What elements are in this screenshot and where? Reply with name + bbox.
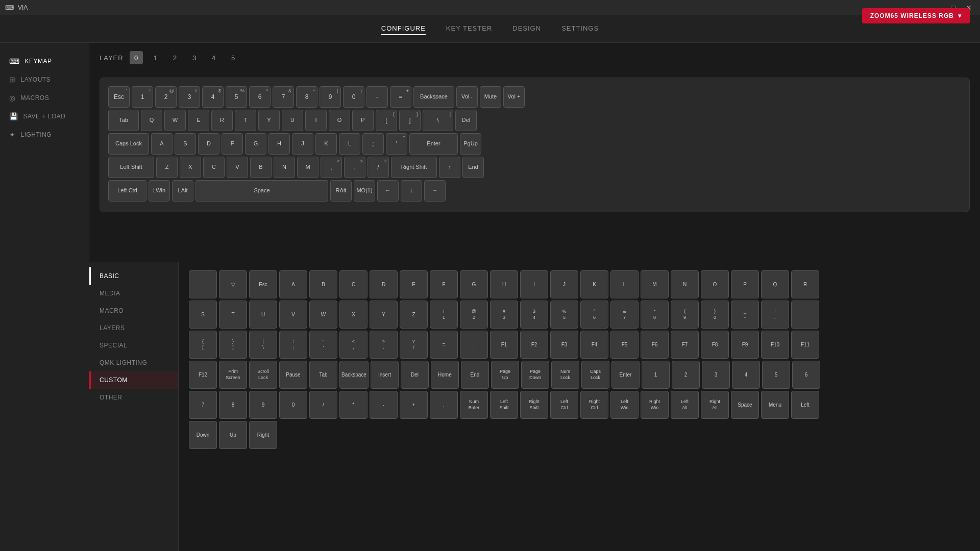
key-m[interactable]: M [297, 157, 318, 178]
pkey-num-9[interactable]: 9 [249, 391, 277, 419]
key-9[interactable]: (9 [320, 86, 341, 108]
key-end[interactable]: End [462, 157, 484, 178]
pkey-h[interactable]: H [490, 270, 518, 298]
key-backspace[interactable]: Backspace [413, 86, 454, 108]
key-i[interactable]: I [305, 110, 327, 131]
key-right-shift[interactable]: Right Shift [391, 157, 437, 178]
pkey-empty[interactable] [189, 270, 217, 298]
pkey-right-alt[interactable]: RightAlt [701, 391, 729, 419]
nav-settings[interactable]: SETTINGS [561, 22, 599, 35]
pkey-c[interactable]: C [339, 270, 368, 298]
pkey-scroll-lock[interactable]: ScrollLock [249, 361, 277, 389]
pkey-esc[interactable]: Esc [249, 270, 277, 298]
pkey-num-plus[interactable]: + [400, 391, 428, 419]
key-down[interactable]: ↓ [401, 180, 422, 202]
pkey-num-star[interactable]: * [339, 391, 368, 419]
pkey-num-minus[interactable]: - [370, 391, 398, 419]
pkey-pipe-backslash[interactable]: |\ [249, 331, 277, 359]
layer-btn-1[interactable]: 1 [149, 51, 162, 64]
key-3[interactable]: #3 [179, 86, 200, 108]
cat-other[interactable]: OTHER [89, 389, 178, 406]
pkey-left-alt[interactable]: LeftAlt [671, 391, 699, 419]
pkey-n[interactable]: N [671, 270, 699, 298]
key-semicolon[interactable]: :; [362, 133, 384, 155]
pkey-num-1[interactable]: 1 [642, 361, 670, 389]
key-6[interactable]: ^6 [249, 86, 271, 108]
cat-special[interactable]: SPECIAL [89, 337, 178, 354]
pkey-enter[interactable]: Enter [611, 361, 640, 389]
key-c[interactable]: C [203, 157, 225, 178]
pkey-f1[interactable]: F1 [490, 331, 518, 359]
key-4[interactable]: $4 [202, 86, 224, 108]
cat-layers[interactable]: LAYERS [89, 319, 178, 337]
pkey-num-5[interactable]: 5 [762, 361, 790, 389]
pkey-num-2[interactable]: 2 [672, 361, 700, 389]
key-v[interactable]: V [227, 157, 248, 178]
pkey-m[interactable]: M [641, 270, 669, 298]
pkey-print-screen[interactable]: PrintScreen [219, 361, 247, 389]
key-vol-minus[interactable]: Vol - [456, 86, 478, 108]
key-pgup[interactable]: PgUp [460, 133, 481, 155]
sidebar-item-save-load[interactable]: 💾 SAVE + LOAD [0, 108, 89, 124]
cat-macro[interactable]: MACRO [89, 302, 178, 319]
pkey-gt-period[interactable]: >. [370, 331, 398, 359]
pkey-u[interactable]: U [249, 300, 277, 329]
pkey-f10[interactable]: F10 [761, 331, 789, 359]
key-q[interactable]: Q [141, 110, 162, 131]
key-ralt[interactable]: RAlt [330, 180, 352, 202]
sidebar-item-lighting[interactable]: ✦ LIGHTING [0, 127, 89, 143]
pkey-left-ctrl[interactable]: LeftCtrl [550, 391, 578, 419]
pkey-z[interactable]: Z [400, 300, 428, 329]
key-backslash[interactable]: |\ [423, 110, 453, 131]
pkey-r[interactable]: R [791, 270, 819, 298]
pkey-lparen-9[interactable]: (9 [671, 300, 699, 329]
cat-media[interactable]: MEDIA [89, 285, 178, 302]
pkey-lt-comma[interactable]: <, [339, 331, 368, 359]
pkey-num-8[interactable]: 8 [219, 391, 247, 419]
pkey-num-dot[interactable]: . [430, 391, 458, 419]
key-w[interactable]: W [164, 110, 186, 131]
pkey-caret-6[interactable]: ^6 [580, 300, 608, 329]
pkey-i[interactable]: I [520, 270, 548, 298]
pkey-rparen-0[interactable]: )0 [701, 300, 729, 329]
pkey-f9[interactable]: F9 [731, 331, 759, 359]
layer-btn-3[interactable]: 3 [188, 51, 201, 64]
key-mute[interactable]: Mute [480, 86, 501, 108]
key-a[interactable]: A [151, 133, 173, 155]
pkey-left-win[interactable]: LeftWin [610, 391, 639, 419]
pkey-end[interactable]: End [461, 361, 489, 389]
pkey-home[interactable]: Home [431, 361, 459, 389]
key-vol-plus[interactable]: Vol + [503, 86, 525, 108]
key-1[interactable]: !1 [132, 86, 153, 108]
key-right[interactable]: → [424, 180, 446, 202]
key-f[interactable]: F [222, 133, 243, 155]
pkey-p[interactable]: P [731, 270, 759, 298]
pkey-f6[interactable]: F6 [641, 331, 669, 359]
key-y[interactable]: Y [258, 110, 280, 131]
pkey-g[interactable]: G [460, 270, 488, 298]
pkey-f2[interactable]: F2 [520, 331, 548, 359]
key-quote[interactable]: "' [386, 133, 407, 155]
key-slash[interactable]: ?/ [368, 157, 389, 178]
pkey-f8[interactable]: F8 [701, 331, 729, 359]
pkey-q[interactable]: Q [761, 270, 789, 298]
sidebar-item-macros[interactable]: ◎ MACROS [0, 90, 89, 106]
key-left-ctrl[interactable]: Left Ctrl [108, 180, 146, 202]
key-comma[interactable]: <, [321, 157, 342, 178]
key-equals[interactable]: += [390, 86, 411, 108]
sidebar-item-keymap[interactable]: ⌨ KEYMAP [0, 53, 89, 69]
pkey-pause[interactable]: Pause [279, 361, 307, 389]
pkey-t[interactable]: T [219, 300, 247, 329]
pkey-left-arrow[interactable]: Left [791, 391, 819, 419]
key-del[interactable]: Del [455, 110, 477, 131]
pkey-w[interactable]: W [309, 300, 337, 329]
pkey-s[interactable]: S [189, 300, 217, 329]
pkey-num-enter[interactable]: NumEnter [460, 391, 488, 419]
key-r[interactable]: R [211, 110, 233, 131]
pkey-del-panel[interactable]: Del [401, 361, 429, 389]
pkey-space[interactable]: Space [731, 391, 759, 419]
pkey-f5[interactable]: F5 [610, 331, 639, 359]
nav-key-tester[interactable]: KEY TESTER [446, 22, 492, 35]
pkey-f12[interactable]: F12 [189, 361, 217, 389]
pkey-trns[interactable]: ▽ [219, 270, 247, 298]
